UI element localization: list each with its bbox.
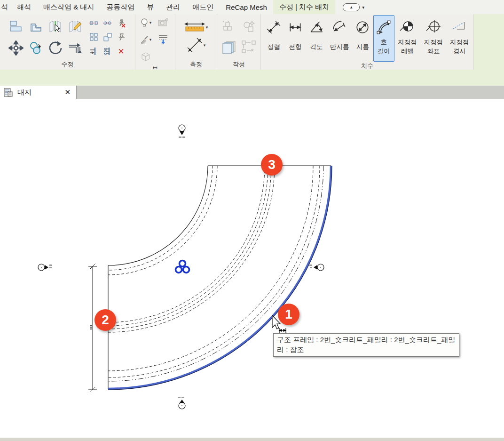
dim-tool-spot-slope[interactable]: 지정점경사: [447, 15, 472, 62]
trim-multiple-button[interactable]: [103, 47, 112, 56]
view-tab-title: 대지: [17, 88, 32, 97]
dropdown-caret-icon: ▾: [204, 43, 206, 48]
cut-geometry-icon: [48, 20, 63, 33]
dim-tool-label: 정렬: [268, 42, 280, 51]
wall-profile-icon: [9, 20, 23, 33]
offset-icon: [68, 40, 83, 56]
rotate-icon: [47, 40, 63, 56]
legend-component-button[interactable]: [221, 40, 237, 54]
dim-tool-angular[interactable]: 각도: [306, 15, 327, 62]
copy-button[interactable]: [29, 41, 43, 55]
drawing-area[interactable]: 1 2 3 구조 프레임 : 2번_숏크리트_패밀리 : 2번_숏크리트_패밀 …: [0, 99, 504, 438]
ribbon-collapse-control[interactable]: ▲ ▾: [343, 0, 364, 14]
offset-copy-icon: [103, 18, 112, 28]
ribbon-collapse-caret-icon[interactable]: ▾: [362, 5, 364, 10]
dim-tool-diameter[interactable]: 지름: [352, 15, 373, 62]
dim-tool-label: 반지름: [330, 42, 349, 51]
render-icon: [158, 18, 169, 27]
ribbon-tab-view[interactable]: 뷰: [141, 0, 160, 14]
dimension-text-illegible: [90, 325, 92, 329]
ribbon-tab-modify-place-dimensions[interactable]: 수정 | 치수 배치: [273, 0, 335, 14]
tooltip-line-2: 리 : 참조: [277, 345, 456, 354]
ribbon-tab-partial[interactable]: 석: [0, 0, 11, 14]
ribbon-tab-analyze[interactable]: 해석: [11, 0, 37, 14]
adaptive-component-button[interactable]: [242, 20, 256, 34]
reference-handle-bottom[interactable]: [178, 397, 185, 409]
panel-measure: ▾ ▾ 측정: [175, 14, 217, 70]
arc-length-dimension-icon: [376, 20, 391, 35]
cut-geometry-button[interactable]: [48, 20, 63, 33]
ribbon-tab-addins[interactable]: 애드인: [186, 0, 220, 14]
adaptive-component-icon: [242, 20, 256, 34]
options-bar: [0, 70, 504, 86]
dim-tool-label: 지정점: [450, 38, 469, 47]
dim-tool-label2: 경사: [453, 47, 466, 56]
flip-arrow-icon[interactable]: [180, 131, 184, 135]
section-inner-arc[interactable]: [108, 166, 208, 265]
create-group-button[interactable]: [222, 20, 236, 34]
unpin-button[interactable]: [117, 18, 126, 28]
offset-dim-button[interactable]: [89, 18, 99, 28]
dim-tool-label: 지정점: [398, 38, 417, 47]
wall-profile-button[interactable]: [9, 20, 23, 33]
measure-ruler-icon: [184, 21, 205, 33]
underlay-button[interactable]: [158, 34, 168, 45]
ribbon-collapse-icon[interactable]: ▲: [343, 3, 360, 11]
flip-arrow-icon[interactable]: [180, 400, 184, 403]
bottom-scroll-strip[interactable]: [0, 438, 504, 441]
temporary-hide-button[interactable]: ▾: [140, 18, 152, 27]
reference-handle-right[interactable]: [309, 264, 324, 271]
dim-tool-radius[interactable]: 반지름: [327, 15, 352, 62]
ribbon-tab-recap-mesh[interactable]: ReCap Mesh: [220, 0, 273, 14]
ribbon-tab-bar: 석 해석 매스작업 & 대지 공동작업 뷰 관리 애드인 ReCap Mesh …: [0, 0, 504, 14]
ribbon-tab-manage[interactable]: 관리: [160, 0, 186, 14]
legend-component-icon: [221, 40, 237, 54]
spot-elevation-icon: [399, 20, 415, 34]
spot-coordinate-icon: [425, 20, 441, 34]
pin-button[interactable]: [117, 32, 126, 42]
reference-handle-top[interactable]: [179, 125, 185, 138]
group-icon: [222, 20, 236, 34]
dim-tool-aligned[interactable]: 정렬: [263, 15, 285, 62]
offset-copy-button[interactable]: [103, 18, 112, 28]
schedule-button[interactable]: [241, 40, 256, 54]
rotate-button[interactable]: [47, 40, 63, 56]
trim-extend-button[interactable]: [89, 47, 99, 56]
dim-tool-spot-coordinate[interactable]: 지정점좌표: [420, 15, 446, 62]
cope-button[interactable]: [29, 20, 42, 33]
linear-dimension-icon: [288, 20, 303, 35]
dropdown-caret-icon: ▾: [150, 20, 152, 25]
ribbon-tab-massing-site[interactable]: 매스작업 & 대지: [37, 0, 100, 14]
annotation-badge-3: 3: [261, 154, 283, 176]
reference-handle-left[interactable]: [38, 264, 52, 271]
split-element-button[interactable]: [68, 20, 82, 33]
vertical-dimension[interactable]: [88, 264, 97, 393]
panel-label-measure: 측정: [175, 60, 217, 70]
dim-tool-label: 선형: [289, 42, 302, 51]
view-tab-close-icon[interactable]: ✕: [64, 88, 71, 96]
move-button[interactable]: [8, 40, 24, 56]
schedule-icon: [241, 40, 256, 54]
trim-extend-icon: [89, 47, 99, 56]
panel-label-dimension: 치수: [261, 62, 473, 70]
section-box-button[interactable]: [140, 52, 151, 61]
dim-tool-arc-length[interactable]: 호길이: [373, 15, 394, 62]
measure-between-refs-button[interactable]: ▾: [187, 37, 206, 53]
scale-button[interactable]: [103, 32, 112, 42]
dim-tool-linear[interactable]: 선형: [285, 15, 306, 62]
family-instance-symbol-icon[interactable]: [176, 261, 189, 273]
measure-button[interactable]: ▾: [184, 21, 208, 33]
delete-button[interactable]: ✕: [118, 47, 124, 56]
flip-arrow-icon[interactable]: [45, 265, 48, 270]
paintbrush-icon: [140, 35, 149, 44]
render-button[interactable]: [158, 18, 169, 27]
dim-tool-label: 지름: [356, 42, 369, 51]
flip-arrow-icon[interactable]: [314, 265, 317, 270]
panel-view: ▾ ▾: [135, 14, 175, 70]
dim-tool-spot-elevation[interactable]: 지정점레벨: [394, 15, 420, 62]
graphics-override-button[interactable]: ▾: [140, 35, 152, 44]
ribbon-tab-collaborate[interactable]: 공동작업: [100, 0, 141, 14]
array-button[interactable]: [89, 32, 99, 42]
view-tab-site[interactable]: 대지 ✕: [0, 86, 77, 99]
offset-button[interactable]: [68, 40, 83, 56]
